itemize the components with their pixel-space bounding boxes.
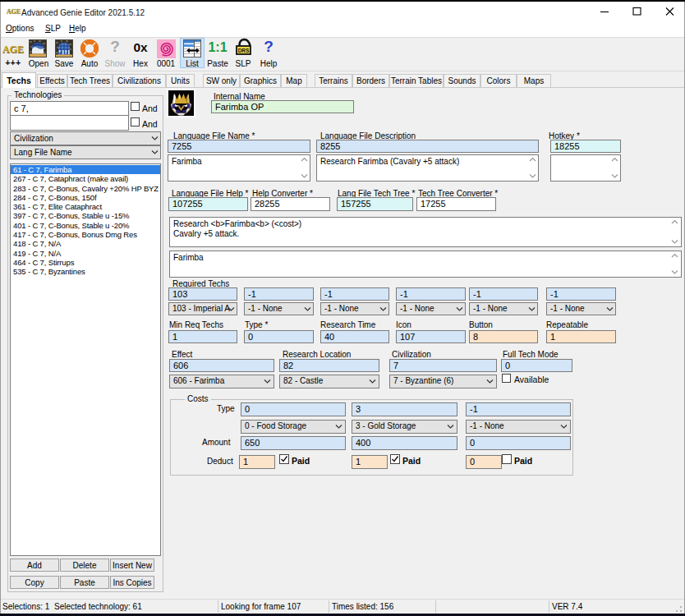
svg-text:DRS: DRS [238, 48, 250, 53]
